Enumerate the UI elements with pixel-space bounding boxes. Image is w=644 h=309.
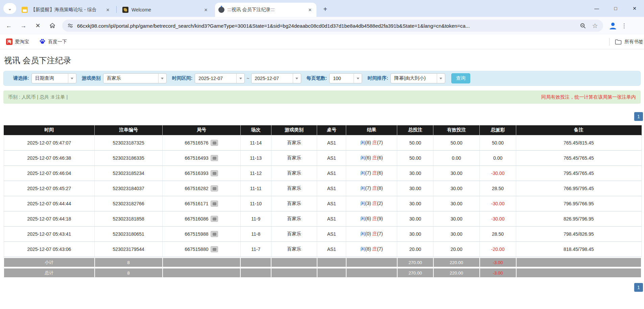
- bookmark-baidu[interactable]: 百度一下: [39, 38, 67, 46]
- cell-note: 765.45/765.45: [516, 150, 641, 165]
- home-button[interactable]: [47, 20, 58, 31]
- search-button[interactable]: 查询: [451, 73, 470, 83]
- tab-list-chevron-icon[interactable]: ⌄: [3, 3, 16, 14]
- page-size-label: 每页笔数:: [307, 75, 327, 81]
- replay-video-icon[interactable]: [211, 185, 218, 191]
- player-score: (7): [365, 185, 371, 191]
- player-label: 闲: [360, 140, 365, 145]
- header-session: 场次: [240, 125, 271, 135]
- close-icon[interactable]: ✕: [307, 7, 313, 13]
- table-header-row: 时间 注单编号 局号 场次 游戏类别 桌号 结果 总投注 有效投注 总派彩 备注: [4, 125, 641, 135]
- player-score: (8): [365, 246, 371, 252]
- pagination-page-1-bottom[interactable]: 1: [634, 283, 643, 292]
- replay-video-icon[interactable]: [211, 140, 218, 146]
- player-score: (6): [365, 216, 371, 221]
- banker-score: (7): [377, 140, 383, 145]
- replay-video-icon[interactable]: [211, 155, 218, 161]
- chevron-down-icon[interactable]: [354, 74, 362, 83]
- round-number: 667516086: [185, 216, 208, 222]
- chevron-down-icon[interactable]: [293, 74, 301, 83]
- url-text[interactable]: 66cxkj98.com/ipl/portal.php/game/betreco…: [77, 23, 575, 29]
- chevron-down-icon[interactable]: [68, 74, 76, 83]
- grand-total-row: 总计 8 270.00 220.00 -3.00: [4, 268, 641, 278]
- game-type-select[interactable]: 百家乐: [103, 73, 167, 83]
- browser-menu-button[interactable]: ⋮: [620, 21, 628, 31]
- pagination-page-1-top[interactable]: 1: [634, 112, 643, 121]
- banker-score: (7): [377, 231, 383, 236]
- replay-video-icon[interactable]: [211, 201, 218, 207]
- cell-table-no: AS1: [317, 165, 346, 181]
- query-mode-select[interactable]: 日期查询: [31, 73, 76, 83]
- chevron-down-icon[interactable]: [236, 74, 244, 83]
- profile-avatar[interactable]: [608, 21, 618, 31]
- bookmark-taobao[interactable]: 淘 爱淘宝: [6, 38, 29, 45]
- select-mode-label: 请选择:: [13, 75, 29, 81]
- close-window-button[interactable]: ✕: [625, 0, 644, 17]
- banker-score: (2): [377, 201, 383, 206]
- cell-valid-bet: 30.00: [433, 196, 480, 211]
- chevron-down-icon[interactable]: [437, 74, 445, 83]
- cell-total-bet: 30.00: [397, 165, 433, 181]
- player-label: 闲: [360, 246, 365, 252]
- home-icon: [49, 22, 56, 29]
- cell-bet-id: 523023184037: [95, 181, 163, 196]
- close-icon[interactable]: ✕: [105, 7, 111, 13]
- cell-total-bet: 50.00: [397, 135, 433, 150]
- close-icon[interactable]: ✕: [203, 7, 209, 13]
- bookmark-star-icon[interactable]: ☆: [592, 22, 598, 29]
- cell-time: 2025-12-07 05:47:07: [4, 135, 95, 150]
- cell-game: 百家乐: [271, 241, 317, 257]
- forum-favicon-icon: [22, 7, 28, 13]
- round-number: 667516171: [185, 201, 208, 206]
- zoom-magnifier-icon[interactable]: [579, 22, 586, 29]
- banker-label: 庄: [372, 140, 377, 145]
- cell-bet-id: 523023180651: [95, 226, 163, 241]
- tab-welcome[interactable]: Welcome ✕: [119, 3, 212, 17]
- cell-bet-id: 523023182766: [95, 196, 163, 211]
- banker-label: 庄: [372, 231, 377, 236]
- cell-session: 11-8: [240, 226, 271, 241]
- replay-video-icon[interactable]: [211, 246, 218, 252]
- cell-table-no: AS1: [317, 241, 346, 257]
- cell-round: 667516282: [163, 181, 241, 196]
- maximize-button[interactable]: □: [606, 0, 625, 17]
- banker-score: (6): [377, 170, 383, 176]
- sort-order-select[interactable]: 降幂(由大到小): [390, 73, 445, 83]
- cell-note: 798.45/826.95: [516, 226, 641, 241]
- tab-forum[interactable]: 【新提醒】海燕策略论坛 - 综合 ✕: [18, 3, 114, 17]
- forward-button[interactable]: →: [18, 20, 29, 31]
- date-to-select[interactable]: 2025-12-07: [251, 73, 301, 83]
- cell-result: 闲(7) 庄(6): [346, 165, 397, 181]
- tab-bet-record-active[interactable]: :::视讯 会员下注纪录::: ✕: [215, 3, 316, 17]
- cell-note: 818.45/798.45: [516, 241, 641, 257]
- cell-round: 667516086: [163, 211, 241, 226]
- sort-order-value: 降幂(由大到小): [391, 74, 437, 83]
- chevron-down-icon[interactable]: [158, 74, 166, 83]
- cell-result: 闲(3) 庄(2): [346, 196, 397, 211]
- minimize-button[interactable]: —: [587, 0, 606, 17]
- replay-video-icon[interactable]: [211, 170, 218, 176]
- address-bar[interactable]: 66cxkj98.com/ipl/portal.php/game/betreco…: [62, 20, 603, 32]
- new-tab-button[interactable]: +: [320, 4, 330, 14]
- cell-round: 667516171: [163, 196, 241, 211]
- game-type-value: 百家乐: [103, 74, 158, 83]
- back-button[interactable]: ←: [3, 20, 15, 31]
- cell-total-bet: 30.00: [397, 181, 433, 196]
- table-row: 2025-12-07 05:44:44 523023182766 6675161…: [4, 196, 641, 211]
- cell-session: 11-10: [240, 196, 271, 211]
- cell-bet-id: 523023186335: [95, 150, 163, 165]
- cell-total-bet: 30.00: [397, 226, 433, 241]
- cell-bet-id: 523023187325: [95, 135, 163, 150]
- replay-video-icon[interactable]: [211, 216, 218, 222]
- player-score: (3): [365, 201, 371, 206]
- date-from-select[interactable]: 2025-12-07: [195, 73, 245, 83]
- site-settings-tune-icon[interactable]: [67, 22, 74, 29]
- replay-video-icon[interactable]: [211, 231, 218, 237]
- cell-table-no: AS1: [317, 135, 346, 150]
- stop-loading-button[interactable]: ✕: [32, 20, 44, 31]
- cell-session: 11-14: [240, 135, 271, 150]
- all-bookmarks-button[interactable]: 所有书签: [624, 39, 643, 45]
- cell-payout: 28.50: [480, 181, 516, 196]
- cell-time: 2025-12-07 05:44:18: [4, 211, 95, 226]
- page-size-select[interactable]: 100: [329, 73, 362, 83]
